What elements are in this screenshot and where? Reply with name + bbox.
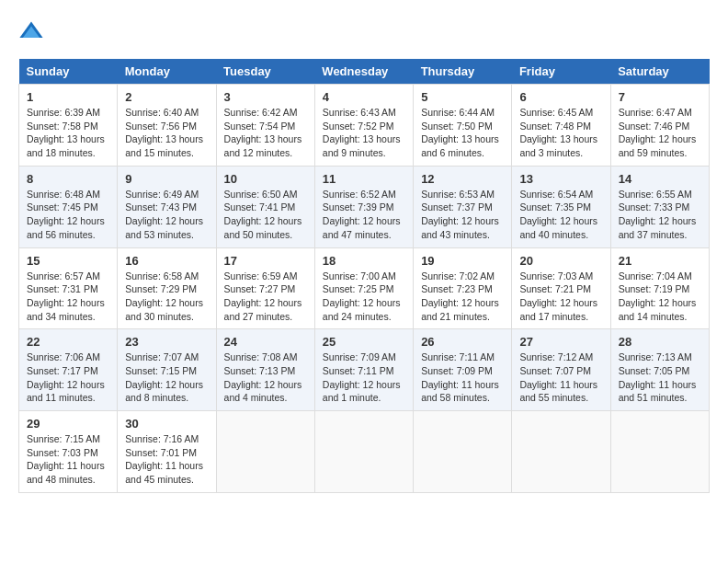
daylight-label: Daylight: 13 hours and 12 minutes.	[224, 133, 302, 158]
calendar-cell: 20 Sunrise: 7:03 AM Sunset: 7:21 PM Dayl…	[512, 247, 610, 329]
sunrise-label: Sunrise: 6:45 AM	[519, 107, 593, 118]
cell-content: Sunrise: 7:06 AM Sunset: 7:17 PM Dayligh…	[27, 350, 109, 405]
sunrise-label: Sunrise: 7:03 AM	[519, 270, 593, 282]
sunset-label: Sunset: 7:17 PM	[27, 365, 98, 376]
calendar-cell: 8 Sunrise: 6:48 AM Sunset: 7:45 PM Dayli…	[19, 166, 118, 247]
daylight-label: Daylight: 11 hours and 58 minutes.	[421, 379, 499, 404]
sunset-label: Sunset: 7:19 PM	[619, 283, 690, 294]
sunset-label: Sunset: 7:13 PM	[224, 365, 296, 376]
calendar-cell: 10 Sunrise: 6:50 AM Sunset: 7:41 PM Dayl…	[216, 166, 314, 247]
sunrise-label: Sunrise: 6:44 AM	[421, 107, 495, 118]
cell-content: Sunrise: 6:40 AM Sunset: 7:56 PM Dayligh…	[125, 106, 208, 160]
sunrise-label: Sunrise: 7:16 AM	[125, 433, 199, 444]
sunset-label: Sunset: 7:11 PM	[323, 365, 394, 376]
header-tuesday: Tuesday	[216, 59, 314, 85]
day-number: 28	[619, 335, 701, 349]
daylight-label: Daylight: 12 hours and 14 minutes.	[619, 297, 697, 322]
week-row-1: 1 Sunrise: 6:39 AM Sunset: 7:58 PM Dayli…	[19, 85, 710, 167]
calendar-cell: 2 Sunrise: 6:40 AM Sunset: 7:56 PM Dayli…	[118, 85, 216, 167]
sunset-label: Sunset: 7:23 PM	[421, 283, 493, 294]
header-sunday: Sunday	[19, 59, 118, 85]
calendar-cell: 29 Sunrise: 7:15 AM Sunset: 7:03 PM Dayl…	[19, 411, 118, 493]
sunrise-label: Sunrise: 6:52 AM	[323, 189, 396, 200]
sunrise-label: Sunrise: 7:11 AM	[421, 351, 495, 362]
day-number: 16	[125, 254, 208, 268]
cell-content: Sunrise: 7:07 AM Sunset: 7:15 PM Dayligh…	[125, 350, 208, 405]
sunset-label: Sunset: 7:48 PM	[519, 121, 591, 132]
calendar-cell: 18 Sunrise: 7:00 AM Sunset: 7:25 PM Dayl…	[314, 247, 413, 329]
sunrise-label: Sunrise: 6:48 AM	[27, 189, 100, 200]
logo-icon	[18, 18, 44, 44]
calendar-cell: 13 Sunrise: 6:54 AM Sunset: 7:35 PM Dayl…	[512, 166, 610, 247]
daylight-label: Daylight: 12 hours and 37 minutes.	[619, 215, 697, 240]
sunrise-label: Sunrise: 6:53 AM	[421, 189, 495, 200]
day-number: 12	[421, 172, 504, 186]
calendar-cell: 11 Sunrise: 6:52 AM Sunset: 7:39 PM Dayl…	[314, 166, 413, 247]
header-wednesday: Wednesday	[314, 59, 413, 85]
sunrise-label: Sunrise: 6:54 AM	[519, 189, 593, 200]
sunset-label: Sunset: 7:09 PM	[421, 365, 493, 376]
cell-content: Sunrise: 6:48 AM Sunset: 7:45 PM Dayligh…	[27, 188, 109, 242]
calendar-cell: 17 Sunrise: 6:59 AM Sunset: 7:27 PM Dayl…	[216, 247, 314, 329]
sunrise-label: Sunrise: 7:00 AM	[323, 270, 396, 282]
day-number: 23	[125, 335, 208, 349]
daylight-label: Daylight: 13 hours and 6 minutes.	[421, 133, 499, 158]
cell-content: Sunrise: 6:43 AM Sunset: 7:52 PM Dayligh…	[323, 106, 405, 160]
day-number: 17	[224, 254, 307, 268]
sunrise-label: Sunrise: 6:42 AM	[224, 107, 298, 118]
daylight-label: Daylight: 13 hours and 9 minutes.	[323, 133, 401, 158]
daylight-label: Daylight: 11 hours and 55 minutes.	[519, 379, 597, 404]
calendar-cell: 30 Sunrise: 7:16 AM Sunset: 7:01 PM Dayl…	[118, 411, 216, 493]
sunrise-label: Sunrise: 6:49 AM	[125, 189, 199, 200]
cell-content: Sunrise: 6:49 AM Sunset: 7:43 PM Dayligh…	[125, 188, 208, 242]
sunset-label: Sunset: 7:58 PM	[27, 121, 98, 132]
cell-content: Sunrise: 6:53 AM Sunset: 7:37 PM Dayligh…	[421, 188, 504, 242]
calendar-cell	[414, 411, 512, 493]
calendar-table: SundayMondayTuesdayWednesdayThursdayFrid…	[18, 59, 710, 493]
day-number: 27	[519, 335, 602, 349]
day-number: 2	[125, 90, 208, 104]
sunset-label: Sunset: 7:05 PM	[619, 365, 690, 376]
sunset-label: Sunset: 7:03 PM	[27, 447, 98, 458]
cell-content: Sunrise: 7:16 AM Sunset: 7:01 PM Dayligh…	[125, 432, 208, 487]
sunset-label: Sunset: 7:37 PM	[421, 201, 493, 213]
cell-content: Sunrise: 7:03 AM Sunset: 7:21 PM Dayligh…	[519, 270, 602, 324]
sunset-label: Sunset: 7:27 PM	[224, 283, 296, 294]
week-row-3: 15 Sunrise: 6:57 AM Sunset: 7:31 PM Dayl…	[19, 247, 710, 329]
sunset-label: Sunset: 7:31 PM	[27, 283, 98, 294]
day-number: 9	[125, 172, 208, 186]
week-row-4: 22 Sunrise: 7:06 AM Sunset: 7:17 PM Dayl…	[19, 329, 710, 411]
cell-content: Sunrise: 6:59 AM Sunset: 7:27 PM Dayligh…	[224, 270, 307, 324]
day-number: 13	[519, 172, 602, 186]
calendar-cell: 19 Sunrise: 7:02 AM Sunset: 7:23 PM Dayl…	[414, 247, 512, 329]
day-number: 3	[224, 90, 307, 104]
calendar-cell: 4 Sunrise: 6:43 AM Sunset: 7:52 PM Dayli…	[314, 85, 413, 167]
sunset-label: Sunset: 7:21 PM	[519, 283, 591, 294]
daylight-label: Daylight: 12 hours and 50 minutes.	[224, 215, 302, 240]
daylight-label: Daylight: 12 hours and 11 minutes.	[27, 379, 105, 404]
cell-content: Sunrise: 6:47 AM Sunset: 7:46 PM Dayligh…	[619, 106, 701, 160]
day-number: 4	[323, 90, 405, 104]
calendar-cell: 23 Sunrise: 7:07 AM Sunset: 7:15 PM Dayl…	[118, 329, 216, 411]
sunrise-label: Sunrise: 6:50 AM	[224, 189, 298, 200]
daylight-label: Daylight: 12 hours and 40 minutes.	[519, 215, 597, 240]
sunrise-label: Sunrise: 7:08 AM	[224, 351, 298, 362]
sunrise-label: Sunrise: 7:07 AM	[125, 351, 199, 362]
daylight-label: Daylight: 12 hours and 43 minutes.	[421, 215, 499, 240]
calendar-cell: 26 Sunrise: 7:11 AM Sunset: 7:09 PM Dayl…	[414, 329, 512, 411]
sunset-label: Sunset: 7:56 PM	[125, 121, 197, 132]
sunset-label: Sunset: 7:45 PM	[27, 201, 98, 213]
cell-content: Sunrise: 6:39 AM Sunset: 7:58 PM Dayligh…	[27, 106, 109, 160]
daylight-label: Daylight: 12 hours and 27 minutes.	[224, 297, 302, 322]
sunrise-label: Sunrise: 6:47 AM	[619, 107, 692, 118]
daylight-label: Daylight: 12 hours and 24 minutes.	[323, 297, 401, 322]
sunrise-label: Sunrise: 7:04 AM	[619, 270, 692, 282]
sunset-label: Sunset: 7:46 PM	[619, 121, 690, 132]
cell-content: Sunrise: 6:52 AM Sunset: 7:39 PM Dayligh…	[323, 188, 405, 242]
daylight-label: Daylight: 12 hours and 1 minute.	[323, 379, 401, 404]
calendar-cell: 5 Sunrise: 6:44 AM Sunset: 7:50 PM Dayli…	[414, 85, 512, 167]
cell-content: Sunrise: 6:55 AM Sunset: 7:33 PM Dayligh…	[619, 188, 701, 242]
calendar-cell	[314, 411, 413, 493]
day-number: 18	[323, 254, 405, 268]
calendar-cell: 15 Sunrise: 6:57 AM Sunset: 7:31 PM Dayl…	[19, 247, 118, 329]
